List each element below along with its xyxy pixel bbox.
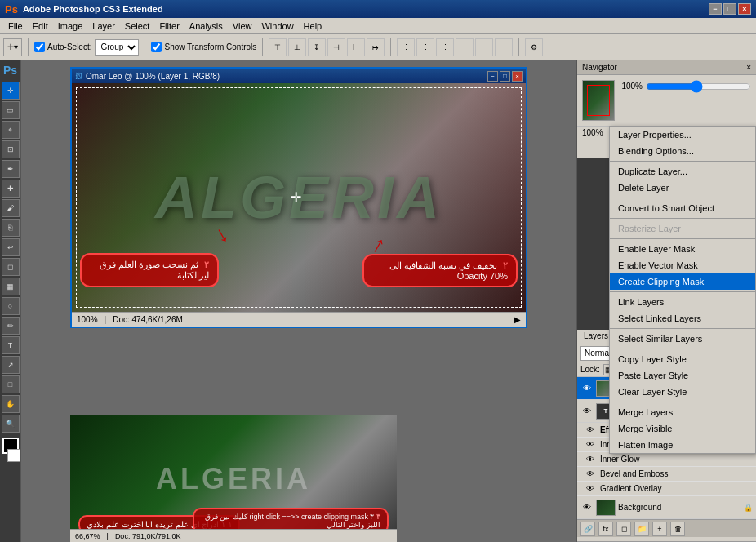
ctx-merge-layers[interactable]: Merge Layers — [610, 404, 755, 420]
hand-tool[interactable]: ✋ — [2, 395, 20, 413]
add-style-btn[interactable]: fx — [598, 522, 613, 536]
lasso-tool[interactable]: ⌖ — [2, 121, 20, 139]
menu-layer[interactable]: Layer — [87, 20, 120, 33]
options-icon[interactable]: ⚙ — [525, 38, 543, 56]
ctx-link-layers[interactable]: Link Layers — [610, 294, 755, 310]
dist-left-icon[interactable]: ⋯ — [456, 38, 474, 56]
zoom-slider[interactable] — [646, 82, 751, 91]
dist-right-icon[interactable]: ⋯ — [495, 38, 513, 56]
menu-view[interactable]: View — [228, 20, 257, 33]
effects-eye[interactable]: 👁 — [584, 424, 597, 437]
algeria-eye[interactable]: 👁 — [580, 405, 594, 418]
ctx-select-linked[interactable]: Select Linked Layers — [610, 310, 755, 327]
menu-file[interactable]: File — [3, 20, 28, 33]
gradient-overlay-eye[interactable]: 👁 — [584, 482, 597, 495]
ctx-clear-style[interactable]: Clear Layer Style — [610, 384, 755, 400]
background-eye[interactable]: 👁 — [580, 501, 594, 514]
background-lock-icon: 🔒 — [744, 504, 753, 512]
align-top-icon[interactable]: ⊤ — [269, 38, 287, 56]
menu-edit[interactable]: Edit — [28, 20, 53, 33]
navigator-preview-box — [587, 85, 610, 116]
menu-analysis[interactable]: Analysis — [185, 20, 228, 33]
ctx-enable-vector[interactable]: Enable Vector Mask — [610, 257, 755, 273]
menu-select[interactable]: Select — [120, 20, 155, 33]
ctx-convert-smart[interactable]: Convert to Smart Object — [610, 200, 755, 216]
add-mask-btn[interactable]: ◻ — [616, 522, 631, 536]
align-bottom-icon[interactable]: ↧ — [308, 38, 326, 56]
ctx-merge-visible[interactable]: Merge Visible — [610, 420, 755, 437]
maximize-button[interactable]: □ — [723, 3, 736, 15]
close-button[interactable]: × — [738, 3, 751, 15]
dist-vcenter-icon[interactable]: ⋮ — [416, 38, 434, 56]
inner-glow-eye[interactable]: 👁 — [584, 453, 597, 466]
ctx-layer-properties[interactable]: Layer Properties... — [610, 127, 755, 143]
show-transform-checkbox[interactable] — [151, 42, 162, 52]
auto-select-checkbox[interactable] — [34, 42, 45, 52]
ctx-paste-style[interactable]: Paste Layer Style — [610, 367, 755, 384]
align-vcenter-icon[interactable]: ⊥ — [288, 38, 306, 56]
menu-help[interactable]: Help — [299, 20, 327, 33]
dist-bottom-icon[interactable]: ⋮ — [436, 38, 454, 56]
type-tool[interactable]: T — [2, 336, 20, 354]
brush-tool[interactable]: 🖌 — [2, 199, 20, 217]
crop-tool[interactable]: ⊡ — [2, 140, 20, 158]
ctx-delete-layer[interactable]: Delete Layer — [610, 180, 755, 196]
doc-maximize[interactable]: □ — [500, 71, 510, 82]
ctx-create-clipping[interactable]: Create Clipping Mask — [610, 273, 755, 290]
toolbar-separator-2 — [145, 38, 145, 56]
gradient-tool[interactable]: ▦ — [2, 278, 20, 295]
document-title: Omar Leo @ 100% (Layer 1, RGB/8) — [86, 72, 220, 81]
path-tool[interactable]: ↗ — [2, 356, 20, 374]
status-arrow-right[interactable]: ▶ — [514, 315, 521, 324]
dist-top-icon[interactable]: ⋮ — [397, 38, 415, 56]
ctx-enable-mask[interactable]: Enable Layer Mask — [610, 241, 755, 257]
navigator-close[interactable]: × — [746, 63, 751, 72]
history-tool[interactable]: ↩ — [2, 238, 20, 256]
title-bar: Ps Adobe Photoshop CS3 Extended − □ × — [0, 0, 756, 18]
shape-tool[interactable]: □ — [2, 375, 20, 393]
clone-tool[interactable]: ⎘ — [2, 219, 20, 237]
ctx-select-similar[interactable]: Select Similar Layers — [610, 331, 755, 347]
move-tool[interactable]: ✛ — [2, 82, 20, 100]
pen-tool[interactable]: ✏ — [2, 317, 20, 335]
doc-minimize[interactable]: − — [487, 71, 498, 82]
marquee-tool[interactable]: ▭ — [2, 101, 20, 119]
eyedropper-tool[interactable]: ✒ — [2, 160, 20, 178]
dodge-tool[interactable]: ○ — [2, 297, 20, 315]
background-layer-name: Background — [618, 503, 741, 512]
bevel-emboss-eye[interactable]: 👁 — [584, 468, 597, 481]
align-left-icon[interactable]: ⊣ — [327, 38, 345, 56]
eraser-tool[interactable]: ◻ — [2, 258, 20, 276]
annotation-right: ٢ تخفيف في نسبة الشفافية الى Opacity 70% — [362, 254, 518, 287]
menu-window[interactable]: Window — [256, 20, 298, 33]
navigator-label: Navigator — [582, 63, 617, 72]
inner-shadow-eye[interactable]: 👁 — [584, 438, 597, 451]
ctx-flatten[interactable]: Flatten Image — [610, 437, 755, 453]
layer1-eye[interactable]: 👁 — [580, 382, 594, 395]
auto-select-dropdown[interactable]: Group Layer — [95, 39, 139, 56]
delete-layer-btn[interactable]: 🗑 — [670, 522, 685, 536]
ctx-blending-options[interactable]: Blending Options... — [610, 143, 755, 159]
zoom-tool[interactable]: 🔍 — [2, 415, 20, 433]
minimize-button[interactable]: − — [709, 3, 722, 15]
align-hcenter-icon[interactable]: ⊢ — [347, 38, 365, 56]
context-menu: Layer Properties... Blending Options... … — [609, 126, 756, 454]
dist-hcenter-icon[interactable]: ⋯ — [475, 38, 493, 56]
document-canvas[interactable]: ALGERIA ✛ ٢ ثم نسحب صورة العلم فرق ليرال… — [72, 83, 526, 312]
healing-tool[interactable]: ✚ — [2, 180, 20, 198]
menu-image[interactable]: Image — [53, 20, 88, 33]
new-group-btn[interactable]: 📁 — [634, 522, 649, 536]
align-right-icon[interactable]: ↦ — [367, 38, 385, 56]
ctx-copy-style[interactable]: Copy Layer Style — [610, 351, 755, 367]
ctx-duplicate-layer[interactable]: Duplicate Layer... — [610, 163, 755, 180]
menu-filter[interactable]: Filter — [154, 20, 184, 33]
document-window: 🖼 Omar Leo @ 100% (Layer 1, RGB/8) − □ ×… — [70, 67, 527, 328]
navigator-content: 100% — [577, 75, 756, 126]
doc-close[interactable]: × — [512, 71, 523, 82]
distribute-icons: ⋮ ⋮ ⋮ ⋯ ⋯ ⋯ — [397, 38, 513, 56]
background-color[interactable] — [7, 449, 20, 462]
new-layer-btn[interactable]: + — [652, 522, 667, 536]
layer-row-background[interactable]: 👁 Background 🔒 — [577, 496, 756, 519]
link-layers-btn[interactable]: 🔗 — [580, 522, 595, 536]
move-tool-button[interactable]: ✛▾ — [3, 38, 22, 56]
